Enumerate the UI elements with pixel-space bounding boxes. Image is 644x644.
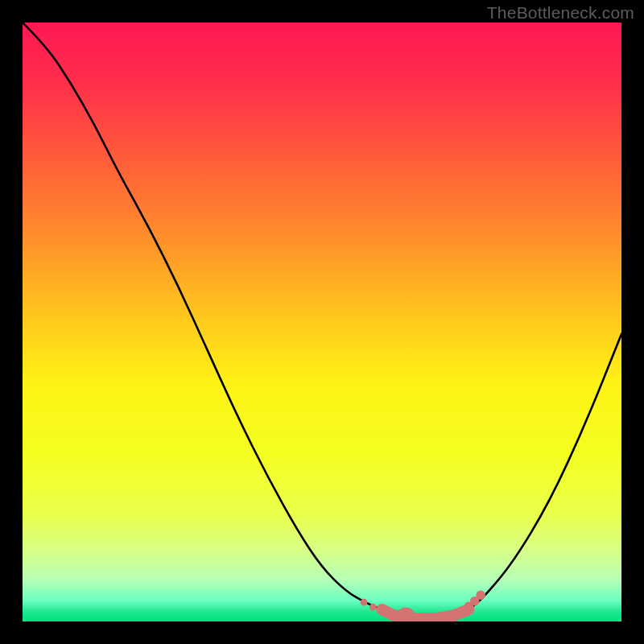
plot-area: [23, 23, 621, 621]
bottleneck-curve: [23, 23, 621, 618]
highlight-dot: [476, 590, 485, 600]
chart-svg: [23, 23, 621, 621]
watermark-text: TheBottleneck.com: [487, 3, 634, 23]
frame: TheBottleneck.com: [0, 0, 644, 644]
highlight-dot: [449, 609, 459, 619]
highlight-markers: [361, 590, 485, 621]
highlight-dot: [397, 607, 415, 621]
highlight-dot: [369, 604, 377, 611]
highlight-dot: [361, 599, 368, 606]
